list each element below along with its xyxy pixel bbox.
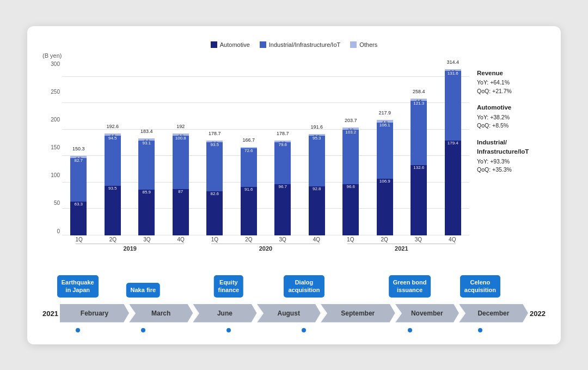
event-box-1: Naka fire — [126, 283, 160, 297]
legend-automotive: Automotive — [211, 41, 250, 48]
legend-others-label: Others — [359, 41, 377, 48]
event-box-0: Earthquakein Japan — [57, 275, 99, 298]
month-segment-february: February — [60, 304, 129, 323]
event-dot-0 — [76, 328, 80, 332]
year-start: 2021 — [42, 309, 58, 317]
month-label-november: November — [403, 310, 451, 317]
event-box-4: Green bondissuance — [389, 275, 431, 298]
q-label-4: 1Q — [198, 235, 231, 242]
event-box-2: Equityfinance — [214, 275, 244, 298]
year-end: 2022 — [530, 309, 546, 317]
year-label-2021: 2021 — [347, 244, 456, 252]
seg-industrial-10: 121.3 — [411, 101, 427, 165]
industrial-yoy: YoY: +93.3% — [477, 157, 546, 166]
y-tick-50: 50 — [42, 200, 62, 206]
stats-panel: Revenue YoY: +64.1% QoQ: +21.7% Automoti… — [469, 52, 546, 252]
y-tick-100: 100 — [42, 172, 62, 178]
bar-group-2021-2Q: 217.94.9106.1106.9 — [369, 61, 402, 235]
seg-industrial-7: 95.3 — [309, 136, 325, 186]
bar-total-11: 314.4 — [446, 59, 459, 65]
revenue-title: Revenue — [477, 69, 546, 78]
seg-automotive-6: 96.7 — [274, 184, 291, 235]
legend-automotive-box — [211, 41, 217, 48]
bar-total-1: 192.6 — [106, 124, 119, 129]
bar-group-2020-3Q: 178.72.579.696.7 — [266, 61, 299, 235]
automotive-stat: Automotive YoY: +38.2% QoQ: +8.5% — [477, 103, 546, 130]
bar-group-2021-1Q: 203.73.8103.296.6 — [334, 61, 367, 235]
legend-industrial-box — [260, 41, 266, 48]
month-label-august: August — [270, 310, 308, 317]
chart-area: (B yen) 0 50 100 150 200 250 300 — [42, 52, 469, 252]
bar-total-3: 192 — [176, 124, 185, 129]
automotive-yoy: YoY: +38.2% — [477, 113, 546, 122]
seg-automotive-3: 87 — [173, 189, 189, 235]
seg-automotive-7: 92.8 — [309, 186, 325, 235]
legend-industrial: Industrial/Infrastructure/IoT — [260, 41, 340, 48]
bar-group-2021-4Q: 314.43.3131.6179.4 — [437, 61, 470, 235]
bar-total-2: 183.4 — [140, 129, 153, 134]
q-label-7: 4Q — [299, 235, 333, 242]
legend-others: Others — [350, 41, 377, 48]
event-dot-5 — [478, 328, 482, 332]
seg-industrial-3: 100.8 — [173, 136, 189, 189]
month-label-september: September — [333, 310, 382, 317]
y-tick-200: 200 — [42, 117, 62, 123]
year-label-2019: 2019 — [76, 244, 184, 252]
chart-section: (B yen) 0 50 100 150 200 250 300 — [42, 52, 546, 252]
bar-total-4: 178.7 — [209, 131, 221, 136]
q-label-11: 4Q — [436, 235, 469, 242]
seg-industrial-5: 72.6 — [241, 148, 257, 186]
legend: Automotive Industrial/Infrastructure/IoT… — [42, 41, 546, 48]
y-axis: 0 50 100 150 200 250 300 — [42, 61, 62, 235]
revenue-qoq: QoQ: +21.7% — [477, 87, 546, 96]
bar-total-0: 150.3 — [72, 146, 85, 151]
bar-group-2019-3Q: 183.44.493.185.9 — [130, 61, 163, 235]
month-segment-march: March — [129, 304, 193, 323]
bar-total-10: 258.4 — [413, 89, 425, 94]
month-segment-september: September — [321, 304, 395, 323]
event-box-3: Dialogacquisition — [284, 275, 324, 298]
y-tick-0: 0 — [42, 228, 62, 234]
bar-group-2019-1Q: 150.34.282.763.3 — [62, 61, 95, 235]
timeline-section: Earthquakein JapanNaka fireEquityfinance… — [42, 259, 546, 332]
bar-group-2020-2Q: 166.72.572.691.6 — [232, 61, 266, 235]
bar-group-2020-1Q: 178.72.693.582.6 — [198, 61, 231, 235]
month-label-december: December — [470, 310, 517, 317]
y-tick-150: 150 — [42, 144, 62, 150]
bar-total-7: 191.6 — [310, 124, 323, 130]
seg-industrial-11: 131.6 — [445, 71, 461, 141]
main-card: Automotive Industrial/Infrastructure/IoT… — [27, 26, 561, 344]
q-label-2: 3Q — [130, 235, 164, 242]
bar-total-8: 203.7 — [345, 118, 357, 123]
seg-industrial-8: 103.2 — [342, 130, 359, 184]
bar-group-2019-4Q: 1924.2100.887 — [164, 61, 198, 235]
event-box-5: Celenoacquisition — [460, 275, 500, 298]
event-dot-4 — [408, 328, 412, 332]
industrial-qoq: QoQ: +35.3% — [477, 166, 546, 174]
event-dot-1 — [141, 328, 145, 332]
bar-group-2019-2Q: 192.64.694.593.5 — [96, 61, 130, 235]
revenue-stat: Revenue YoY: +64.1% QoQ: +21.7% — [477, 69, 546, 96]
bar-group-2021-3Q: 258.44.5121.3132.6 — [402, 61, 436, 235]
month-label-june: June — [210, 310, 240, 317]
seg-automotive-11: 179.4 — [445, 141, 461, 235]
month-label-february: February — [73, 310, 116, 317]
event-dot-3 — [302, 328, 306, 332]
industrial-stat: Industrial/Infrastructure/IoT YoY: +93.3… — [477, 138, 546, 174]
legend-others-box — [350, 41, 357, 48]
seg-industrial-4: 93.5 — [206, 142, 223, 192]
month-segment-november: November — [395, 304, 459, 323]
q-label-1: 2Q — [96, 235, 130, 242]
seg-industrial-0: 82.7 — [70, 158, 87, 202]
year-block-2020: 2020 — [198, 244, 333, 252]
q-label-10: 3Q — [401, 235, 435, 242]
seg-automotive-9: 106.9 — [377, 179, 393, 235]
bar-total-6: 178.7 — [277, 131, 289, 136]
seg-automotive-10: 132.6 — [411, 165, 427, 235]
events-row: Earthquakein JapanNaka fireEquityfinance… — [42, 259, 546, 303]
q-label-0: 1Q — [62, 235, 96, 242]
y-tick-300: 300 — [42, 61, 62, 67]
year-block-2021: 2021 — [334, 244, 469, 252]
seg-industrial-6: 79.6 — [274, 142, 291, 184]
seg-automotive-5: 91.6 — [241, 187, 257, 235]
